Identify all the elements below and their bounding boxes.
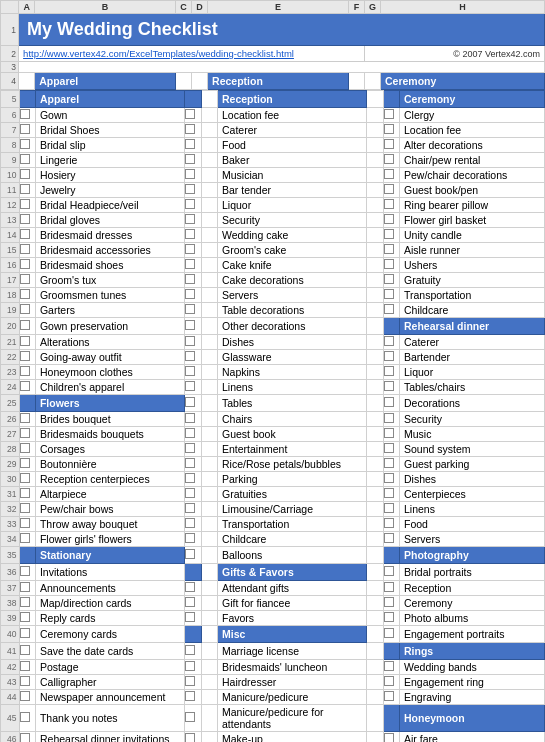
checkbox[interactable]: [185, 199, 195, 209]
col-g-check[interactable]: [383, 350, 399, 365]
col-g-check[interactable]: [383, 198, 399, 213]
checkbox[interactable]: [384, 139, 394, 149]
checkbox[interactable]: [384, 473, 394, 483]
checkbox[interactable]: [20, 428, 30, 438]
col-a-check[interactable]: [19, 532, 35, 547]
checkbox[interactable]: [20, 351, 30, 361]
col-a-check[interactable]: [19, 258, 35, 273]
col-g-check[interactable]: [383, 243, 399, 258]
checkbox[interactable]: [185, 351, 195, 361]
checkbox[interactable]: [185, 214, 195, 224]
checkbox[interactable]: [384, 169, 394, 179]
checkbox[interactable]: [20, 645, 30, 655]
col-c-check[interactable]: [185, 502, 201, 517]
col-c-check[interactable]: [185, 412, 201, 427]
checkbox[interactable]: [20, 259, 30, 269]
col-a-check[interactable]: [19, 581, 35, 596]
checkbox[interactable]: [20, 109, 30, 119]
checkbox[interactable]: [384, 503, 394, 513]
checkbox[interactable]: [20, 381, 30, 391]
checkbox[interactable]: [185, 184, 195, 194]
checkbox[interactable]: [185, 597, 195, 607]
col-a-check[interactable]: [19, 472, 35, 487]
col-c-check[interactable]: [185, 198, 201, 213]
col-c-check[interactable]: [185, 472, 201, 487]
checkbox[interactable]: [384, 244, 394, 254]
checkbox[interactable]: [384, 597, 394, 607]
checkbox[interactable]: [185, 259, 195, 269]
checkbox[interactable]: [20, 712, 30, 722]
checkbox[interactable]: [384, 397, 394, 407]
col-g-check[interactable]: [383, 660, 399, 675]
col-c-check[interactable]: [185, 318, 201, 335]
col-c-check[interactable]: [185, 168, 201, 183]
col-g-check[interactable]: [383, 626, 399, 643]
col-g-check[interactable]: [383, 675, 399, 690]
checkbox[interactable]: [20, 139, 30, 149]
col-a-check[interactable]: [19, 228, 35, 243]
col-a-check[interactable]: [19, 611, 35, 626]
col-c-check[interactable]: [185, 243, 201, 258]
checkbox[interactable]: [20, 582, 30, 592]
col-g-check[interactable]: [383, 108, 399, 123]
checkbox[interactable]: [384, 518, 394, 528]
col-c-check[interactable]: [185, 258, 201, 273]
checkbox[interactable]: [185, 458, 195, 468]
checkbox[interactable]: [20, 244, 30, 254]
checkbox[interactable]: [185, 549, 195, 559]
col-a-check[interactable]: [19, 660, 35, 675]
checkbox[interactable]: [185, 289, 195, 299]
col-a-check[interactable]: [19, 365, 35, 380]
checkbox[interactable]: [20, 229, 30, 239]
col-a-check[interactable]: [19, 626, 35, 643]
checkbox[interactable]: [185, 533, 195, 543]
col-a-check[interactable]: [19, 732, 35, 743]
col-c-check[interactable]: [185, 108, 201, 123]
checkbox[interactable]: [185, 645, 195, 655]
col-c-check[interactable]: [185, 303, 201, 318]
col-g-check[interactable]: [383, 213, 399, 228]
col-a-check[interactable]: [19, 303, 35, 318]
checkbox[interactable]: [20, 304, 30, 314]
checkbox[interactable]: [384, 336, 394, 346]
col-c-check[interactable]: [185, 350, 201, 365]
col-a-check[interactable]: [19, 335, 35, 350]
col-a-check[interactable]: [19, 457, 35, 472]
col-a-check[interactable]: [19, 564, 35, 581]
checkbox[interactable]: [384, 428, 394, 438]
checkbox[interactable]: [185, 229, 195, 239]
col-a-check[interactable]: [19, 273, 35, 288]
col-g-check[interactable]: [383, 457, 399, 472]
checkbox[interactable]: [185, 336, 195, 346]
checkbox[interactable]: [20, 628, 30, 638]
checkbox[interactable]: [384, 199, 394, 209]
checkbox[interactable]: [20, 533, 30, 543]
col-g-check[interactable]: [383, 395, 399, 412]
checkbox[interactable]: [185, 381, 195, 391]
col-g-check[interactable]: [383, 517, 399, 532]
col-c-check[interactable]: [185, 138, 201, 153]
checkbox[interactable]: [384, 733, 394, 742]
checkbox[interactable]: [384, 351, 394, 361]
col-c-check[interactable]: [185, 380, 201, 395]
checkbox[interactable]: [20, 336, 30, 346]
checkbox[interactable]: [185, 428, 195, 438]
checkbox[interactable]: [384, 259, 394, 269]
col-c-check[interactable]: [185, 643, 201, 660]
checkbox[interactable]: [185, 366, 195, 376]
checkbox[interactable]: [384, 676, 394, 686]
checkbox[interactable]: [384, 533, 394, 543]
checkbox[interactable]: [384, 582, 394, 592]
col-c-check[interactable]: [185, 335, 201, 350]
checkbox[interactable]: [185, 154, 195, 164]
col-a-check[interactable]: [19, 213, 35, 228]
checkbox[interactable]: [185, 169, 195, 179]
checkbox[interactable]: [20, 488, 30, 498]
col-c-check[interactable]: [185, 427, 201, 442]
col-g-check[interactable]: [383, 581, 399, 596]
col-c-check[interactable]: [185, 123, 201, 138]
checkbox[interactable]: [185, 691, 195, 701]
checkbox[interactable]: [384, 154, 394, 164]
col-a-check[interactable]: [19, 502, 35, 517]
col-c-check[interactable]: [185, 487, 201, 502]
